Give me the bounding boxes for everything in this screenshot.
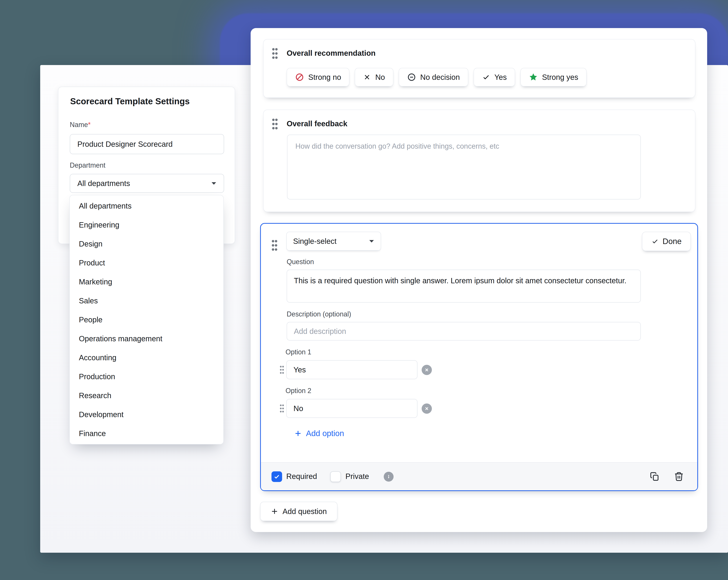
dropdown-option[interactable]: Product xyxy=(70,253,223,272)
department-select[interactable]: All departments xyxy=(70,174,224,193)
plus-icon xyxy=(294,430,302,437)
check-icon xyxy=(651,238,659,245)
minus-circle-icon xyxy=(407,73,416,82)
add-option-label: Add option xyxy=(306,429,344,438)
dropdown-option[interactable]: Development xyxy=(70,405,223,424)
question-editor-card-selected[interactable]: Single-select Done Question This is a re… xyxy=(260,223,698,491)
chevron-down-icon xyxy=(369,239,374,243)
done-button[interactable]: Done xyxy=(642,232,691,251)
scorecard-builder-card: Overall recommendation Strong no No xyxy=(251,28,707,532)
drag-handle-icon[interactable] xyxy=(271,239,278,252)
required-label: Required xyxy=(286,472,317,481)
chevron-down-icon xyxy=(211,182,216,185)
add-question-button[interactable]: Add question xyxy=(260,502,337,521)
plus-icon xyxy=(271,507,278,515)
department-label: Department xyxy=(70,161,105,169)
description-input[interactable] xyxy=(287,322,641,341)
option-drag-handle-icon[interactable] xyxy=(279,365,285,375)
done-label: Done xyxy=(662,237,681,246)
dropdown-option[interactable]: Production xyxy=(70,367,223,386)
add-question-label: Add question xyxy=(283,507,327,516)
strong-yes-button[interactable]: Strong yes xyxy=(520,68,587,86)
button-label: Strong yes xyxy=(542,73,578,81)
check-icon xyxy=(482,73,490,81)
required-checkbox-checked[interactable] xyxy=(271,471,282,482)
dropdown-option[interactable]: People xyxy=(70,310,223,329)
option-2-label: Option 2 xyxy=(286,387,311,395)
remove-option-icon[interactable] xyxy=(422,403,432,414)
duplicate-question-icon[interactable] xyxy=(650,471,660,482)
overall-recommendation-section: Overall recommendation Strong no No xyxy=(263,39,695,98)
overall-feedback-section: Overall feedback xyxy=(263,110,695,212)
add-option-button[interactable]: Add option xyxy=(294,429,344,438)
private-checkbox-unchecked[interactable] xyxy=(330,471,341,482)
button-label: No decision xyxy=(420,73,460,81)
dropdown-option[interactable]: Research xyxy=(70,386,223,405)
drag-handle-icon[interactable] xyxy=(271,118,279,130)
info-icon[interactable] xyxy=(384,472,394,482)
private-label: Private xyxy=(345,472,369,481)
remove-option-icon[interactable] xyxy=(422,365,432,375)
dropdown-option[interactable]: Operations management xyxy=(70,329,223,348)
no-button[interactable]: No xyxy=(355,68,393,86)
department-select-value: All departments xyxy=(77,179,130,188)
question-label: Question xyxy=(287,258,314,266)
strong-no-button[interactable]: Strong no xyxy=(287,68,349,86)
option-drag-handle-icon[interactable] xyxy=(279,404,285,413)
section-title: Overall feedback xyxy=(287,120,347,128)
yes-button[interactable]: Yes xyxy=(474,68,515,86)
description-label: Description (optional) xyxy=(287,310,351,318)
template-name-input[interactable] xyxy=(70,134,224,154)
required-asterisk: * xyxy=(88,121,90,129)
option-2-input[interactable] xyxy=(286,399,417,418)
question-type-value: Single-select xyxy=(293,237,337,245)
dropdown-option[interactable]: Sales xyxy=(70,291,223,310)
dropdown-option[interactable]: All departments xyxy=(70,196,223,215)
question-type-select[interactable]: Single-select xyxy=(286,232,381,251)
no-decision-button[interactable]: No decision xyxy=(399,68,468,86)
button-label: Strong no xyxy=(308,73,341,81)
x-icon xyxy=(363,73,371,81)
overall-feedback-textarea[interactable] xyxy=(287,135,641,200)
recommendation-options-row: Strong no No No decision xyxy=(287,68,587,86)
name-label: Name* xyxy=(70,121,90,129)
dropdown-option[interactable]: Accounting xyxy=(70,348,223,367)
dropdown-option[interactable]: Engineering xyxy=(70,215,223,234)
option-1-input[interactable] xyxy=(286,360,417,379)
option-1-label: Option 1 xyxy=(286,348,311,356)
star-icon xyxy=(529,73,538,82)
department-dropdown-menu: All departments Engineering Design Produ… xyxy=(69,195,224,444)
dropdown-option[interactable]: Design xyxy=(70,234,223,253)
button-label: No xyxy=(375,73,385,81)
dropdown-option[interactable]: Marketing xyxy=(70,272,223,291)
question-text-input[interactable]: This is a required question with single … xyxy=(287,270,641,302)
settings-title: Scorecard Template Settings xyxy=(70,96,190,106)
section-title: Overall recommendation xyxy=(287,49,375,57)
question-footer: Required Private xyxy=(261,462,697,490)
delete-question-icon[interactable] xyxy=(674,471,684,482)
ban-icon xyxy=(295,73,304,82)
dropdown-option[interactable]: Finance xyxy=(70,424,223,443)
button-label: Yes xyxy=(494,73,507,81)
drag-handle-icon[interactable] xyxy=(271,47,279,60)
scorecard-builder-screen: Overall recommendation Strong no No xyxy=(0,0,728,580)
